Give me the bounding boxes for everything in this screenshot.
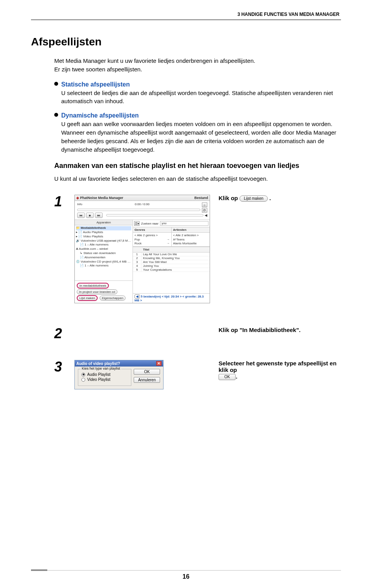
search-input[interactable]: you	[160, 221, 208, 226]
in-project-cd-button[interactable]: In project voor branden cd	[77, 289, 117, 294]
bullet-title-dynamic: Dynamische afspeellijsten	[61, 111, 139, 120]
radio-video[interactable]: Video Playlist	[81, 377, 128, 382]
dialog-title-text: Audio of video playlist?	[76, 361, 120, 366]
artists-header[interactable]: Artiesten	[172, 227, 210, 233]
step-2-instruction: Klik op "In Mediabibliotheek".	[219, 327, 341, 333]
songcast-icon[interactable]: ☼	[202, 202, 207, 207]
speaker-icon[interactable]: ◀	[205, 213, 207, 217]
step-1-instruction: Klik op Lijst maken .	[219, 195, 341, 202]
chapter-header: 3 HANDIGE FUNCTIES VAN MEDIA MANAGER	[31, 12, 341, 19]
device-tree[interactable]: 📁 Mediabibliotheek ▸ 📄 Audio Playlists ▸…	[75, 225, 133, 280]
playlist-type-dialog: Audio of video playlist? ✕ Kies het type…	[74, 360, 164, 389]
page-footer: 16	[0, 569, 372, 580]
intro-line-2: Er zijn twee soorten afspeellijsten.	[54, 66, 142, 73]
player-time: 0:00 / 0:00	[135, 202, 150, 207]
progress-bar[interactable]	[77, 209, 200, 211]
sidebar-bottom-buttons: In mediabibliotheek In project voor bran…	[75, 280, 133, 303]
ok-button[interactable]: OK	[134, 369, 160, 375]
sidebar: Apparaten 📁 Mediabibliotheek ▸ 📄 Audio P…	[75, 220, 133, 303]
subsection-title: Aanmaken van een statische playlist en h…	[54, 161, 341, 171]
step-3-instruction: Selecteer het gewenste type afspeellijst…	[219, 360, 341, 380]
app-titlebar: ◆ PhatNoise Media Manager Bestand	[75, 195, 210, 201]
page-number: 16	[0, 573, 372, 580]
step-number: 2	[54, 327, 66, 341]
player-panel: Info 0:00 / 0:00 ☼ ⟳ ⏮ ■ ⏭ ◀	[75, 201, 210, 220]
eigenschappen-button[interactable]: Eigenschappen	[100, 296, 126, 301]
artists-list[interactable]: < Alle 2 artiesten > A*Teens Alanis Mori…	[172, 233, 210, 246]
player-info-label: Info	[77, 202, 82, 207]
playlist-type-fieldset: Kies het type van playlist Audio Playlis…	[78, 369, 131, 386]
intro-line-1: Met Media Manager kunt u uw favoriete li…	[54, 57, 255, 64]
next-button[interactable]: ⏭	[95, 213, 103, 218]
ok-inline-button: OK	[219, 374, 236, 380]
view-icon[interactable]: ☰▾	[134, 221, 140, 226]
radio-audio[interactable]: Audio Playlist	[81, 372, 128, 377]
main-panel: ☰▾ Zoeken naar you Genres < Alle 2 genre…	[133, 220, 210, 303]
step-2: 2 Klik op "In Mediabibliotheek".	[31, 327, 341, 341]
app-title-text: PhatNoise Media Manager	[80, 196, 124, 200]
sidebar-header: Apparaten	[75, 220, 133, 225]
cancel-button[interactable]: Annuleren	[134, 377, 160, 383]
fieldset-legend: Kies het type van playlist	[81, 367, 121, 370]
bullet-icon	[54, 113, 58, 117]
dialog-titlebar: Audio of video playlist? ✕	[75, 360, 163, 367]
app-screenshot: ◆ PhatNoise Media Manager Bestand Info 0…	[74, 195, 210, 303]
lijst-maken-inline-button: Lijst maken	[239, 195, 268, 202]
step-3: 3 Audio of video playlist? ✕ Kies het ty…	[31, 360, 341, 389]
tracks-table[interactable]: Titel 1Lay All Your Love On Me 2Knowing …	[133, 247, 210, 293]
in-mediabibliotheek-button[interactable]: In mediabibliotheek	[77, 283, 109, 289]
genres-header[interactable]: Genres	[133, 227, 171, 233]
page-title: Afspeellijsten	[31, 36, 341, 48]
subsection-text: U kunt al uw favoriete liedjes selectere…	[54, 175, 341, 183]
step-number: 3	[54, 360, 66, 374]
bullet-body-dynamic: U geeft aan aan welke voorwaarden liedje…	[54, 120, 341, 154]
volume-bar[interactable]	[106, 214, 203, 216]
stop-button[interactable]: ■	[86, 213, 94, 218]
header-rule	[31, 19, 341, 20]
genres-list[interactable]: < Alle 2 genres > Pop→ Rock→	[133, 233, 171, 246]
close-icon[interactable]: ✕	[156, 361, 162, 366]
step-1: 1 ◆ PhatNoise Media Manager Bestand Info…	[31, 195, 341, 303]
step-number: 1	[54, 195, 66, 209]
bullet-title-static: Statische afspeellijsten	[61, 80, 130, 89]
bullet-body-static: U selecteert de liedjes die aan de afspe…	[54, 89, 341, 106]
app-menu-text: Bestand	[194, 196, 208, 200]
bullet-icon	[54, 82, 58, 86]
search-label: Zoeken naar	[141, 222, 158, 225]
status-bar: ◀ 5 bestand(en) < tijd: 20:34 > < groott…	[133, 293, 210, 303]
prev-button[interactable]: ⏮	[77, 213, 85, 218]
repeat-icon[interactable]: ⟳	[202, 208, 207, 213]
lijst-maken-button[interactable]: Lijst maken	[77, 295, 98, 301]
